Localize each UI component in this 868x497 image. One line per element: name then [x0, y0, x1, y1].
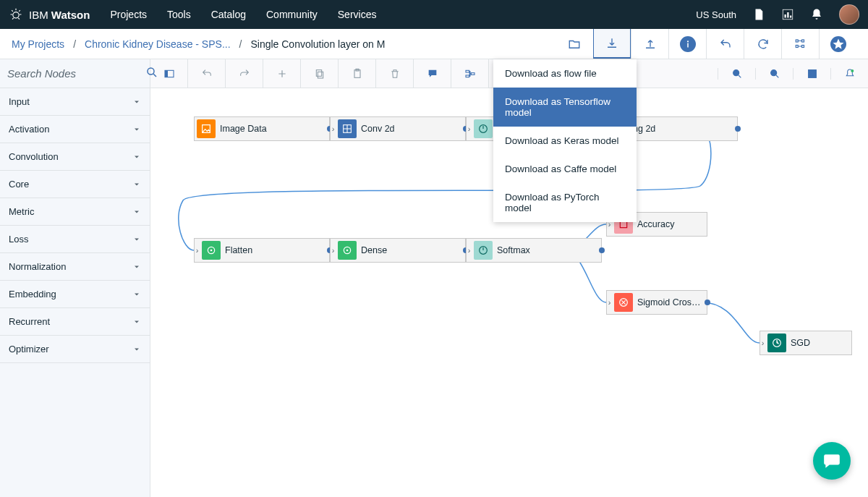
download-button[interactable]	[593, 29, 631, 59]
sidebar-item-metric[interactable]: Metric	[0, 198, 150, 226]
sidebar-item-loss[interactable]: Loss	[0, 226, 150, 253]
chevron-down-icon	[132, 318, 141, 326]
zoom-in-button[interactable]	[718, 68, 755, 80]
node-image-data[interactable]: Image Data	[194, 116, 330, 141]
node-label: Sigmoid Cross-E...	[637, 297, 707, 307]
svg-rect-10	[801, 45, 804, 47]
node-dense[interactable]: › Dense	[330, 238, 466, 263]
panel-toggle-button[interactable]	[150, 59, 188, 88]
upload-button[interactable]	[631, 29, 668, 59]
open-button[interactable]	[556, 29, 593, 59]
crumb-project[interactable]: Chronic Kidney Disease - SPS...	[85, 38, 231, 50]
svg-point-0	[13, 12, 19, 18]
node-port-in[interactable]: ›	[195, 246, 200, 255]
arrange-button[interactable]	[451, 59, 489, 88]
copy-button[interactable]	[301, 59, 339, 88]
node-label: SGD	[791, 338, 851, 348]
sidebar-item-input[interactable]: Input	[0, 88, 150, 116]
undo-button[interactable]	[188, 59, 226, 88]
svg-rect-24	[811, 72, 814, 75]
sidebar-item-core[interactable]: Core	[0, 171, 150, 198]
fit-button[interactable]	[793, 68, 830, 80]
sidebar-item-embedding[interactable]: Embedding	[0, 281, 150, 308]
sidebar-item-label: Metric	[9, 206, 34, 217]
bell-icon[interactable]	[810, 8, 823, 21]
node-conv2d[interactable]: › Conv 2d	[330, 116, 466, 141]
nav-link-services[interactable]: Services	[338, 9, 377, 20]
brand[interactable]: IBM Watson	[9, 7, 90, 22]
search-wrap	[0, 59, 150, 88]
dd-item-flow[interactable]: Download as flow file	[493, 59, 637, 88]
node-port-in[interactable]: ›	[331, 124, 336, 133]
sidebar-item-label: Convolution	[9, 151, 59, 162]
crumb-separator: /	[73, 38, 76, 50]
sidebar-item-label: Optimizer	[9, 344, 49, 354]
comment-button[interactable]	[414, 59, 451, 88]
paste-button[interactable]	[339, 59, 376, 88]
undo-action-button[interactable]	[706, 29, 744, 59]
chat-fab[interactable]	[813, 442, 851, 480]
node-sgd[interactable]: › SGD	[760, 331, 852, 355]
sidebar-item-optimizer[interactable]: Optimizer	[0, 336, 150, 363]
node-label: Image Data	[220, 124, 329, 134]
refresh-button[interactable]	[744, 29, 781, 59]
dd-item-pytorch[interactable]: Download as PyTorch model	[493, 183, 637, 222]
svg-rect-9	[801, 40, 804, 42]
nav-link-community[interactable]: Community	[266, 9, 318, 20]
dd-item-keras[interactable]: Download as Keras model	[493, 127, 637, 155]
node-port-in[interactable]: ›	[607, 298, 612, 307]
subbar-actions	[556, 29, 856, 59]
nav-link-catalog[interactable]: Catalog	[211, 9, 246, 20]
info-button[interactable]	[668, 29, 706, 59]
dashboard-icon[interactable]	[781, 8, 794, 21]
sidebar-item-activation[interactable]: Activation	[0, 116, 150, 143]
breadcrumb: My Projects / Chronic Kidney Disease - S…	[12, 38, 385, 50]
crumb-my-projects[interactable]: My Projects	[12, 38, 64, 50]
chevron-down-icon	[132, 235, 141, 244]
image-input-icon	[197, 119, 216, 138]
dense-icon	[338, 241, 357, 260]
nav-link-tools[interactable]: Tools	[167, 9, 191, 20]
dd-item-tensorflow[interactable]: Download as Tensorflow model	[493, 88, 637, 127]
node-port-out[interactable]	[705, 300, 710, 305]
node-flatten[interactable]: › Flatten	[194, 238, 330, 263]
sub-bar: My Projects / Chronic Kidney Disease - S…	[0, 29, 868, 59]
notifications-button[interactable]	[830, 68, 868, 80]
node-port-in[interactable]: ›	[760, 339, 765, 347]
nav-link-projects[interactable]: Projects	[110, 9, 147, 20]
top-nav: IBM Watson Projects Tools Catalog Commun…	[0, 0, 868, 29]
node-port-out[interactable]	[735, 126, 741, 132]
add-button[interactable]	[263, 59, 301, 88]
zoom-out-button[interactable]	[755, 68, 793, 80]
node-loss[interactable]: › Sigmoid Cross-E...	[606, 290, 707, 315]
chevron-down-icon	[132, 345, 141, 354]
chevron-down-icon	[132, 153, 141, 161]
dd-item-caffe[interactable]: Download as Caffe model	[493, 155, 637, 183]
delete-button[interactable]	[376, 59, 414, 88]
document-icon[interactable]	[752, 8, 765, 21]
node-port-in[interactable]: ›	[467, 124, 472, 133]
svg-rect-8	[796, 45, 798, 47]
svg-point-25	[851, 69, 854, 72]
region-selector[interactable]: US South	[696, 9, 736, 20]
node-port-out[interactable]	[599, 247, 605, 253]
svg-rect-4	[790, 16, 791, 18]
chevron-down-icon	[132, 125, 141, 134]
avatar[interactable]	[839, 4, 859, 25]
sidebar-item-convolution[interactable]: Convolution	[0, 143, 150, 171]
settings-button[interactable]	[781, 29, 819, 59]
node-port-in[interactable]: ›	[467, 246, 472, 255]
sidebar-item-recurrent[interactable]: Recurrent	[0, 308, 150, 336]
chevron-down-icon	[132, 180, 141, 189]
sidebar: Input Activation Convolution Core Metric…	[0, 88, 150, 497]
chevron-down-icon	[132, 263, 141, 271]
sidebar-item-normalization[interactable]: Normalization	[0, 253, 150, 281]
chevron-down-icon	[132, 290, 141, 299]
search-input[interactable]	[7, 67, 145, 80]
explore-button[interactable]	[819, 29, 856, 59]
redo-button[interactable]	[226, 59, 263, 88]
toolbar	[0, 59, 868, 88]
node-softmax[interactable]: › Softmax	[466, 238, 602, 263]
svg-rect-3	[787, 12, 788, 18]
node-port-in[interactable]: ›	[331, 246, 336, 255]
